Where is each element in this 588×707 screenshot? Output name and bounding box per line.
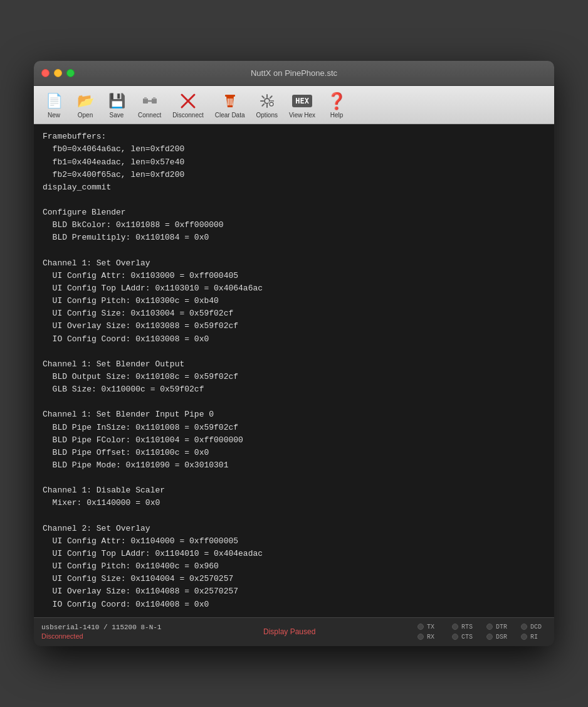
- disconnect-icon: [178, 91, 198, 111]
- maximize-button[interactable]: [66, 69, 75, 77]
- save-icon: 💾: [107, 91, 127, 111]
- rts-dot: [452, 624, 458, 630]
- help-label: Help: [330, 112, 344, 119]
- svg-rect-3: [144, 97, 147, 99]
- rx-label: RX: [427, 634, 443, 641]
- terminal-output[interactable]: Framebuffers: fb0=0x4064a6ac, len=0xfd20…: [34, 124, 554, 617]
- indicator-group-left: TX RX: [417, 624, 443, 641]
- view-hex-icon: HEX: [292, 91, 312, 111]
- status-indicators: TX RX RTS CTS DT: [417, 624, 547, 641]
- clear-data-button[interactable]: Clear Data: [210, 88, 250, 121]
- connect-button[interactable]: Connect: [133, 88, 166, 121]
- status-middle: Display Paused: [161, 627, 417, 636]
- help-icon: ❓: [327, 91, 347, 111]
- dtr-label: DTR: [496, 624, 512, 630]
- cts-dot: [452, 634, 458, 640]
- dsr-label: DSR: [496, 634, 512, 641]
- title-bar: NuttX on PinePhone.stc: [34, 61, 554, 86]
- dcd-indicator-row: DCD: [521, 624, 547, 630]
- svg-rect-1: [152, 98, 157, 104]
- ri-label: RI: [530, 634, 547, 641]
- rts-indicator-row: RTS: [452, 624, 478, 630]
- view-hex-label: View Hex: [289, 112, 315, 119]
- view-hex-button[interactable]: HEX View Hex: [284, 88, 320, 121]
- connect-label: Connect: [138, 112, 161, 119]
- new-button[interactable]: 📄 New: [39, 88, 69, 121]
- new-label: New: [48, 112, 60, 119]
- indicator-group-mid2: DTR DSR: [486, 624, 512, 641]
- rx-indicator-row: RX: [417, 634, 443, 641]
- traffic-lights: [41, 69, 75, 77]
- dcd-label: DCD: [530, 624, 547, 630]
- cts-label: CTS: [461, 634, 478, 641]
- cts-indicator-row: CTS: [452, 634, 478, 641]
- minimize-button[interactable]: [54, 69, 62, 77]
- status-bar: usbserial-1410 / 115200 8-N-1 Disconnect…: [34, 617, 554, 646]
- ri-dot: [521, 634, 527, 640]
- open-button[interactable]: 📂 Open: [70, 88, 100, 121]
- rts-label: RTS: [461, 624, 478, 630]
- disconnect-label: Disconnect: [172, 112, 203, 119]
- dtr-indicator-row: DTR: [486, 624, 512, 630]
- disconnect-button[interactable]: Disconnect: [167, 88, 208, 121]
- clear-data-icon: [220, 91, 240, 111]
- status-left: usbserial-1410 / 115200 8-N-1 Disconnect…: [41, 624, 161, 640]
- indicator-group-mid1: RTS CTS: [452, 624, 478, 641]
- open-label: Open: [78, 112, 93, 119]
- rx-dot: [417, 634, 424, 640]
- ri-indicator-row: RI: [521, 634, 547, 641]
- save-button[interactable]: 💾 Save: [102, 88, 132, 121]
- tx-dot: [417, 624, 424, 630]
- open-icon: 📂: [75, 91, 95, 111]
- port-info: usbserial-1410 / 115200 8-N-1: [41, 624, 161, 631]
- options-label: Options: [256, 112, 278, 119]
- tx-indicator-row: TX: [417, 624, 443, 630]
- window-title: NuttX on PinePhone.stc: [41, 68, 547, 78]
- connection-status: Disconnected: [41, 632, 161, 640]
- svg-rect-7: [225, 95, 235, 97]
- toolbar: 📄 New 📂 Open 💾 Save Connect: [34, 86, 554, 124]
- svg-rect-4: [153, 97, 155, 99]
- dsr-indicator-row: DSR: [486, 634, 512, 641]
- terminal-area: Framebuffers: fb0=0x4064a6ac, len=0xfd20…: [34, 124, 554, 617]
- help-button[interactable]: ❓ Help: [322, 88, 352, 121]
- options-icon: [257, 91, 277, 111]
- options-button[interactable]: Options: [251, 88, 283, 121]
- close-button[interactable]: [41, 69, 50, 77]
- connect-icon: [140, 91, 160, 111]
- clear-data-label: Clear Data: [215, 112, 245, 119]
- display-paused-label: Display Paused: [263, 627, 315, 636]
- tx-label: TX: [427, 624, 443, 630]
- new-icon: 📄: [44, 91, 64, 111]
- dcd-dot: [521, 624, 527, 630]
- dsr-dot: [486, 634, 493, 640]
- main-window: NuttX on PinePhone.stc 📄 New 📂 Open 💾 Sa…: [34, 61, 554, 646]
- save-label: Save: [110, 112, 124, 119]
- dtr-dot: [486, 624, 493, 630]
- indicator-group-right: DCD RI: [521, 624, 547, 641]
- svg-rect-0: [143, 98, 148, 104]
